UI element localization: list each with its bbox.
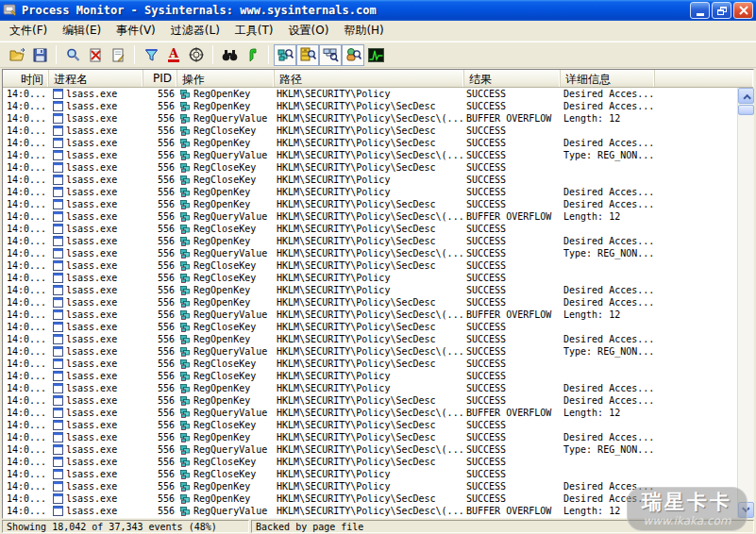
event-row[interactable]: 14:0... lsass.exe 556 RegOpenKey HKLM\SE… — [3, 100, 737, 112]
event-operation: RegOpenKey — [177, 394, 275, 407]
event-row[interactable]: 14:0... lsass.exe 556 RegCloseKey HKLM\S… — [3, 456, 737, 468]
vertical-scrollbar[interactable] — [737, 88, 753, 518]
process-window-icon — [53, 309, 63, 320]
event-row[interactable]: 14:0... lsass.exe 556 RegCloseKey HKLM\S… — [3, 419, 737, 431]
column-header-process[interactable]: 进程名 — [49, 70, 143, 87]
binoculars-icon — [222, 49, 238, 61]
event-row[interactable]: 14:0... lsass.exe 556 RegCloseKey HKLM\S… — [3, 125, 737, 137]
event-process: lsass.exe — [49, 419, 143, 431]
event-detail: Desired Acces... — [561, 198, 737, 210]
include-process-button[interactable] — [185, 44, 208, 66]
event-row[interactable]: 14:0... lsass.exe 556 RegOpenKey HKLM\SE… — [3, 198, 737, 210]
minimize-button[interactable] — [690, 2, 710, 19]
event-row[interactable]: 14:0... lsass.exe 556 RegCloseKey HKLM\S… — [3, 223, 737, 235]
event-result: SUCCESS — [464, 333, 561, 345]
event-row[interactable]: 14:0... lsass.exe 556 RegCloseKey HKLM\S… — [3, 468, 737, 480]
column-header-result[interactable]: 结果 — [464, 70, 561, 87]
event-row[interactable]: 14:0... lsass.exe 556 RegQueryValue HKLM… — [3, 247, 737, 259]
event-result: SUCCESS — [464, 382, 561, 394]
show-filesystem-activity-toggle[interactable] — [296, 44, 319, 66]
event-row[interactable]: 14:0... lsass.exe 556 RegCloseKey HKLM\S… — [3, 161, 737, 174]
filter-funnel-icon — [144, 48, 159, 62]
event-time: 14:0... — [3, 284, 49, 296]
menu-options[interactable]: 设置(O) — [281, 20, 337, 42]
column-header-operation[interactable]: 操作 — [177, 70, 275, 87]
show-network-activity-toggle[interactable] — [319, 44, 342, 66]
event-row[interactable]: 14:0... lsass.exe 556 RegCloseKey HKLM\S… — [3, 174, 737, 186]
event-process: lsass.exe — [49, 480, 143, 492]
process-window-icon — [53, 383, 63, 393]
operation-name: RegQueryValue — [193, 505, 267, 517]
show-registry-activity-toggle[interactable] — [274, 44, 296, 66]
menu-help[interactable]: 帮助(H) — [336, 20, 391, 42]
event-row[interactable]: 14:0... lsass.exe 556 RegQueryValue HKLM… — [3, 309, 737, 321]
event-row[interactable]: 14:0... lsass.exe 556 RegOpenKey HKLM\SE… — [3, 394, 737, 407]
event-row[interactable]: 14:0... lsass.exe 556 RegOpenKey HKLM\SE… — [3, 88, 737, 100]
operation-name: RegOpenKey — [193, 394, 250, 407]
column-header-detail[interactable]: 详细信息 — [561, 70, 655, 87]
event-path: HKLM\SECURITY\Policy\SecDesc\(... — [275, 247, 464, 259]
event-path: HKLM\SECURITY\Policy — [275, 370, 464, 382]
event-row[interactable]: 14:0... lsass.exe 556 RegQueryValue HKLM… — [3, 443, 737, 456]
event-row[interactable]: 14:0... lsass.exe 556 RegCloseKey HKLM\S… — [3, 358, 737, 370]
process-window-icon — [53, 469, 63, 479]
menu-tools[interactable]: 工具(T) — [227, 20, 281, 42]
capture-button[interactable] — [61, 44, 84, 66]
save-button[interactable] — [28, 44, 51, 66]
event-row[interactable]: 14:0... lsass.exe 556 RegCloseKey HKLM\S… — [3, 370, 737, 382]
menu-file[interactable]: 文件(F) — [2, 20, 55, 42]
event-row[interactable]: 14:0... lsass.exe 556 RegQueryValue HKLM… — [3, 210, 737, 223]
filter-button[interactable] — [140, 44, 162, 66]
event-row[interactable]: 14:0... lsass.exe 556 RegOpenKey HKLM\SE… — [3, 333, 737, 345]
registry-op-icon — [180, 162, 191, 173]
event-row[interactable]: 14:0... lsass.exe 556 RegOpenKey HKLM\SE… — [3, 296, 737, 309]
event-row[interactable]: 14:0... lsass.exe 556 RegCloseKey HKLM\S… — [3, 321, 737, 333]
jump-to-button[interactable] — [241, 44, 263, 66]
menu-edit[interactable]: 编辑(E) — [55, 20, 109, 42]
event-time: 14:0... — [3, 419, 49, 431]
process-name: lsass.exe — [66, 223, 117, 235]
registry-op-icon — [180, 506, 191, 516]
event-row[interactable]: 14:0... lsass.exe 556 RegOpenKey HKLM\SE… — [3, 431, 737, 443]
event-row[interactable]: 14:0... lsass.exe 556 RegQueryValue HKLM… — [3, 407, 737, 419]
column-header-path[interactable]: 路径 — [275, 70, 464, 87]
event-row[interactable]: 14:0... lsass.exe 556 RegCloseKey HKLM\S… — [3, 259, 737, 272]
menu-event[interactable]: 事件(V) — [109, 20, 163, 42]
event-pid: 556 — [143, 210, 177, 223]
restore-button[interactable] — [712, 2, 731, 19]
event-row[interactable]: 14:0... lsass.exe 556 RegQueryValue HKLM… — [3, 345, 737, 358]
autoscroll-button[interactable] — [107, 44, 129, 66]
event-result: SUCCESS — [464, 272, 561, 284]
scroll-up-button[interactable] — [738, 88, 754, 104]
event-pid: 556 — [143, 112, 177, 125]
event-row[interactable]: 14:0... lsass.exe 556 RegOpenKey HKLM\SE… — [3, 137, 737, 149]
close-button[interactable] — [733, 2, 753, 19]
event-row[interactable]: 14:0... lsass.exe 556 RegOpenKey HKLM\SE… — [3, 186, 737, 198]
event-pid: 556 — [143, 419, 177, 431]
find-button[interactable] — [218, 44, 241, 66]
event-row[interactable]: 14:0... lsass.exe 556 RegOpenKey HKLM\SE… — [3, 480, 737, 492]
event-result: SUCCESS — [464, 149, 561, 161]
show-profiling-events-toggle[interactable] — [364, 44, 387, 66]
operation-name: RegCloseKey — [193, 456, 256, 468]
event-row[interactable]: 14:0... lsass.exe 556 RegOpenKey HKLM\SE… — [3, 235, 737, 247]
column-header-pid[interactable]: PID — [143, 70, 177, 87]
event-row[interactable]: 14:0... lsass.exe 556 RegOpenKey HKLM\SE… — [3, 382, 737, 394]
clear-button[interactable] — [84, 44, 107, 66]
menu-filter[interactable]: 过滤器(L) — [163, 20, 227, 42]
event-row[interactable]: 14:0... lsass.exe 556 RegQueryValue HKLM… — [3, 149, 737, 161]
event-pid: 556 — [143, 272, 177, 284]
open-button[interactable] — [6, 44, 28, 66]
column-header-time[interactable]: 时间 — [3, 70, 49, 87]
event-time: 14:0... — [3, 431, 49, 443]
show-process-activity-toggle[interactable] — [342, 44, 364, 66]
event-row[interactable]: 14:0... lsass.exe 556 RegOpenKey HKLM\SE… — [3, 284, 737, 296]
scroll-thumb[interactable] — [738, 105, 754, 115]
event-result: SUCCESS — [464, 223, 561, 235]
process-window-icon — [53, 506, 63, 516]
event-row[interactable]: 14:0... lsass.exe 556 RegQueryValue HKLM… — [3, 112, 737, 125]
clear-icon — [89, 48, 103, 62]
event-row[interactable]: 14:0... lsass.exe 556 RegCloseKey HKLM\S… — [3, 272, 737, 284]
event-detail: Type: REG_NON... — [561, 149, 737, 161]
highlight-button[interactable]: A — [162, 44, 185, 66]
